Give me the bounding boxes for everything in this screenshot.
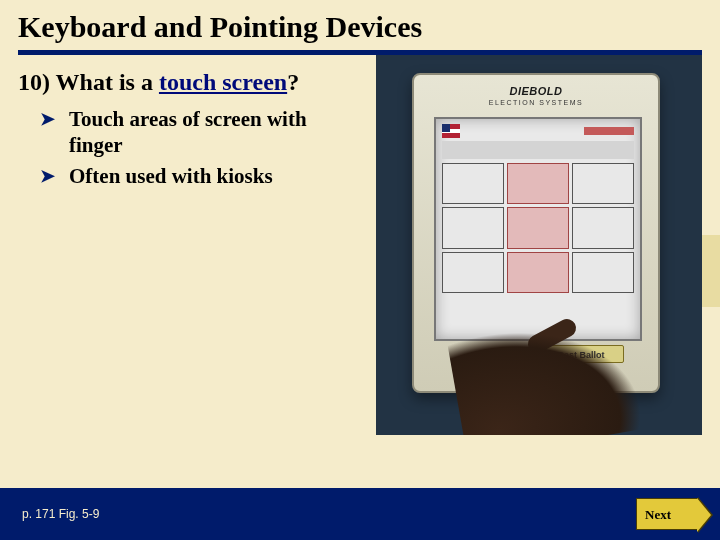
kiosk-brand: DIEBOLD <box>414 85 658 97</box>
ballot-cell <box>572 163 634 204</box>
touch-screen-link[interactable]: touch screen <box>159 69 287 95</box>
next-button[interactable]: Next <box>636 498 698 530</box>
touchscreen-photo: DIEBOLD ELECTION SYSTEMS <box>376 55 702 435</box>
footer-bar: p. 171 Fig. 5-9 Next <box>0 488 720 540</box>
title-area: Keyboard and Pointing Devices <box>0 0 720 44</box>
kiosk-screen <box>434 117 642 341</box>
slide-title: Keyboard and Pointing Devices <box>18 10 720 44</box>
slide: Keyboard and Pointing Devices 10) What i… <box>0 0 720 540</box>
content-area: 10) What is a touch screen? ➤ Touch area… <box>0 55 720 189</box>
screen-topbar <box>442 125 634 137</box>
question-number: 10) <box>18 69 50 95</box>
question-suffix: ? <box>287 69 299 95</box>
ballot-cell <box>507 252 569 293</box>
ballot-cell <box>507 207 569 248</box>
ballot-cell <box>507 163 569 204</box>
ballot-cell <box>442 163 504 204</box>
list-item: ➤ Touch areas of screen with finger <box>40 106 348 159</box>
list-item: ➤ Often used with kiosks <box>40 163 348 189</box>
ballot-cell <box>572 252 634 293</box>
ballot-cell <box>442 207 504 248</box>
ballot-cell <box>572 207 634 248</box>
screen-text-block <box>442 141 634 159</box>
bullet-text: Touch areas of screen with finger <box>69 106 348 159</box>
bullet-arrow-icon: ➤ <box>40 106 55 159</box>
color-stripe <box>584 127 634 135</box>
page-reference: p. 171 Fig. 5-9 <box>22 507 99 521</box>
kiosk-subtitle: ELECTION SYSTEMS <box>414 99 658 106</box>
ballot-cell <box>442 252 504 293</box>
bullet-text: Often used with kiosks <box>69 163 348 189</box>
bullet-arrow-icon: ➤ <box>40 163 55 189</box>
ballot-grid <box>442 163 634 293</box>
bullet-list: ➤ Touch areas of screen with finger ➤ Of… <box>18 106 348 189</box>
question-prefix: What is a <box>56 69 159 95</box>
flag-icon <box>442 124 460 138</box>
